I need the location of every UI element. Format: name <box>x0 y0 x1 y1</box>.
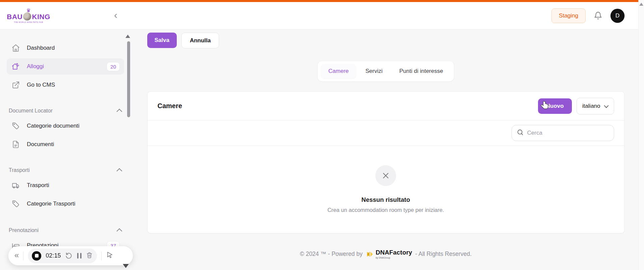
sidebar-scroll-up-arrow[interactable] <box>125 35 130 38</box>
language-select[interactable]: italiano <box>577 98 614 115</box>
home-icon <box>11 44 20 52</box>
crown-icon: ♛ <box>26 8 31 12</box>
alloggi-count-badge: 20 <box>107 62 119 71</box>
new-button[interactable]: Nuovo <box>538 98 572 114</box>
chevron-down-icon <box>604 103 608 108</box>
pause-icon[interactable] <box>77 253 82 259</box>
empty-state-subtitle: Crea un accommodation room type per iniz… <box>327 207 444 213</box>
footer-copyright: © 2024 ™ - Powered by <box>300 251 363 258</box>
main-content: Salva Annulla Camere Servizi Punti di in… <box>131 30 644 270</box>
tag-icon <box>11 199 20 208</box>
tab-punti-di-interesse[interactable]: Punti di interesse <box>392 64 450 78</box>
sidebar-collapse-icon[interactable]: ‹ <box>114 9 117 21</box>
tab-bar: Camere Servizi Punti di interesse <box>317 61 454 82</box>
dnafactory-brand-name: DNAFactory <box>376 250 412 256</box>
sidebar-item-label: Trasporti <box>27 182 49 189</box>
page-scrollbar[interactable] <box>638 0 644 270</box>
dnafactory-brand-sub: by DNAGroup <box>376 257 412 259</box>
logo-tagline: THE WORLD WIDE PETS HUB <box>14 21 43 24</box>
external-link-icon <box>11 81 20 89</box>
collapse-toolbar-icon[interactable]: « <box>14 251 19 260</box>
staging-badge[interactable]: Staging <box>551 8 586 23</box>
sidebar-section-prenotazioni[interactable]: Prenotazioni <box>9 227 122 233</box>
sidebar-item-label: Documenti <box>27 141 54 148</box>
recorder-toolbar: « 02:15 <box>8 246 133 265</box>
stop-record-button[interactable] <box>32 251 41 261</box>
chevron-up-icon <box>116 168 122 174</box>
language-selected-value: italiano <box>582 103 600 109</box>
sidebar: Dashboard Alloggi 20 Go to CMS Document … <box>0 30 131 270</box>
dnafactory-logo: DNAFactory by DNAGroup <box>366 250 412 259</box>
recorder-timer: 02:15 <box>46 252 61 259</box>
new-button-label: Nuovo <box>546 103 564 109</box>
dnafactory-mark-icon <box>366 250 374 259</box>
sidebar-item-documenti[interactable]: Documenti <box>7 136 124 152</box>
camere-panel: Camere Nuovo italiano <box>147 91 625 233</box>
panel-title: Camere <box>158 102 182 110</box>
top-accent-bar <box>0 0 638 2</box>
search-field[interactable] <box>512 125 614 141</box>
recorder-controls: 02:15 <box>28 249 97 263</box>
sidebar-item-dashboard[interactable]: Dashboard <box>7 40 124 56</box>
chevron-up-icon <box>116 109 122 115</box>
empty-state: Nessun risultato Crea un accommodation r… <box>148 146 624 233</box>
sidebar-section-document-locator[interactable]: Document Locator <box>9 108 122 114</box>
divider <box>23 252 23 260</box>
sidebar-scrollbar-thumb[interactable] <box>127 41 130 117</box>
form-actions: Salva Annulla <box>147 33 625 48</box>
page-scroll-up-arrow[interactable] <box>639 3 643 6</box>
lodging-house-icon <box>11 62 20 71</box>
sidebar-item-label: Alloggi <box>27 63 44 70</box>
sidebar-item-label: Categorie documenti <box>27 123 79 129</box>
trash-icon[interactable] <box>86 252 93 260</box>
search-input[interactable] <box>527 130 609 136</box>
save-button[interactable]: Salva <box>147 33 177 48</box>
search-row <box>148 121 624 146</box>
footer: © 2024 ™ - Powered by DNAFactory by DNAG… <box>300 250 472 259</box>
search-icon <box>517 129 524 137</box>
pointer-cursor-icon[interactable] <box>106 251 114 260</box>
sidebar-item-label: Dashboard <box>27 45 55 51</box>
tab-servizi[interactable]: Servizi <box>358 64 390 78</box>
empty-state-title: Nessun risultato <box>362 196 410 204</box>
section-title-label: Document Locator <box>9 108 53 114</box>
truck-icon <box>11 181 20 190</box>
cancel-button[interactable]: Annulla <box>181 33 219 48</box>
bauking-logo[interactable]: ♛ BAU KING THE WORLD WIDE PETS HUB <box>10 8 47 24</box>
sidebar-item-trasporti[interactable]: Trasporti <box>7 177 124 193</box>
sidebar-item-go-to-cms[interactable]: Go to CMS <box>7 77 124 93</box>
section-title-label: Prenotazioni <box>9 227 39 233</box>
divider <box>101 252 102 260</box>
user-avatar[interactable]: D <box>610 9 625 23</box>
header: ♛ BAU KING THE WORLD WIDE PETS HUB ‹ Sta… <box>0 2 644 30</box>
document-icon <box>11 140 20 149</box>
empty-state-circle <box>375 165 396 186</box>
x-icon <box>381 171 390 180</box>
sidebar-item-categorie-trasporti[interactable]: Categorie Trasporti <box>7 196 124 212</box>
chevron-up-icon <box>116 228 122 234</box>
footer-rights: - All Rights Reserved. <box>415 251 472 258</box>
logo-text-bau: BAU <box>7 13 22 20</box>
logo-text-king: KING <box>32 13 50 20</box>
tag-icon <box>11 122 20 130</box>
notification-bell-icon[interactable] <box>594 11 602 20</box>
sidebar-item-categorie-documenti[interactable]: Categorie documenti <box>7 118 124 134</box>
sidebar-item-label: Categorie Trasporti <box>27 200 75 207</box>
tab-camere[interactable]: Camere <box>321 64 356 78</box>
section-title-label: Trasporti <box>9 167 30 173</box>
restart-icon[interactable] <box>65 251 73 260</box>
dog-face-icon <box>23 12 31 20</box>
sidebar-scroll-down-arrow[interactable] <box>123 264 129 268</box>
sidebar-item-label: Go to CMS <box>27 82 55 88</box>
sidebar-item-alloggi[interactable]: Alloggi 20 <box>7 58 124 75</box>
sidebar-section-trasporti[interactable]: Trasporti <box>9 167 122 173</box>
